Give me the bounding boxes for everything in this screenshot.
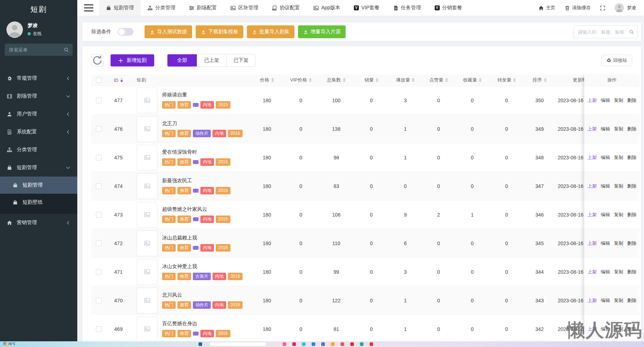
action-编辑[interactable]: 编辑 [601,297,610,304]
column-header-价格[interactable]: 价格 [250,77,283,83]
action-编辑[interactable]: 编辑 [601,126,610,132]
action-复制[interactable]: 复制 [614,240,623,247]
sidebar-search-input[interactable] [5,44,73,56]
taskbar-app-icon[interactable] [370,342,373,346]
tab-任务管理[interactable]: 任务管理 [386,0,428,16]
row-checkbox[interactable] [96,183,102,189]
taskbar-app-icon[interactable] [321,342,325,346]
column-header-点赞量[interactable]: 点赞量 [422,77,455,83]
add-drama-button[interactable]: 新增短剧 [111,54,154,66]
action-复制[interactable]: 复制 [614,212,623,218]
row-checkbox[interactable] [96,155,102,160]
action-编辑[interactable]: 编辑 [601,212,610,218]
table-scroll-area[interactable]: ID短剧价格VIP价格总集数销量播放量点赞量收藏量转发量排序更新时间 477师娘… [91,74,584,347]
taskbar-app-icon[interactable] [360,342,364,346]
sort-carets-icon[interactable] [271,78,274,82]
action-删除[interactable]: 删除 [627,297,636,304]
home-link[interactable]: 主页 [538,5,555,11]
taskbar-weather-widget[interactable]: 35℃ [3,342,15,346]
import-button-增量导入片源[interactable]: 增量导入片源 [298,25,346,38]
sort-carets-icon[interactable] [479,78,482,82]
taskbar-app-icon[interactable] [302,342,306,346]
action-上架[interactable]: 上架 [587,269,597,275]
filter-toggle[interactable] [118,28,133,36]
taskbar-app-icon[interactable] [341,342,344,346]
taskbar-app-icon[interactable] [350,342,354,346]
sidebar-item-系统配置[interactable]: 系统配置 [0,123,77,141]
drama-thumbnail[interactable] [137,259,157,285]
column-header-ID[interactable]: ID [106,78,131,83]
action-复制[interactable]: 复制 [614,297,623,304]
action-上架[interactable]: 上架 [587,212,597,218]
sort-carets-icon[interactable] [120,78,123,82]
sort-carets-icon[interactable] [445,78,448,82]
drama-thumbnail[interactable] [137,288,157,313]
sort-carets-icon[interactable] [412,78,415,82]
action-上架[interactable]: 上架 [587,126,597,132]
recycle-bin-button[interactable]: ♻ 回收站 [601,55,632,66]
sidebar-item-用户管理[interactable]: 用户管理 [0,105,77,123]
column-header-VIP价格[interactable]: VIP价格 [283,77,318,83]
column-header-总集数[interactable]: 总集数 [318,77,354,83]
sidebar-item-常规管理[interactable]: 常规管理 [0,69,77,87]
sort-carets-icon[interactable] [544,78,547,82]
sidebar-item-营销管理[interactable]: 营销管理 [0,214,77,232]
action-编辑[interactable]: 编辑 [601,183,610,189]
drama-thumbnail[interactable] [137,116,157,142]
select-all-checkbox[interactable] [96,77,102,83]
sidebar-subitem-短剧壁纸[interactable]: 短剧壁纸 [0,194,77,211]
row-checkbox[interactable] [96,241,102,246]
action-删除[interactable]: 删除 [627,183,636,189]
sort-carets-icon[interactable] [513,78,516,82]
column-header-播放量[interactable]: 播放量 [389,77,422,83]
import-button-导入测试数据[interactable]: 导入测试数据 [145,25,192,38]
taskbar-search-box[interactable] [209,342,267,346]
action-编辑[interactable]: 编辑 [601,269,610,275]
import-button-批量导入剧集[interactable]: 批量导入剧集 [247,25,294,38]
row-checkbox[interactable] [96,269,102,275]
row-checkbox[interactable] [96,298,102,303]
column-header-销量[interactable]: 销量 [354,77,389,83]
column-header-转发量[interactable]: 转发量 [489,77,524,83]
taskbar-app-icon[interactable] [199,342,202,346]
refresh-button[interactable] [91,54,103,66]
action-上架[interactable]: 上架 [587,97,597,104]
hamburger-icon[interactable] [83,0,95,16]
fullscreen-icon[interactable] [600,5,605,11]
tab-协议配置[interactable]: 协议配置 [265,0,307,16]
row-checkbox[interactable] [96,126,102,132]
taskbar-app-icon[interactable] [283,342,286,346]
tab-VIP套餐[interactable]: VVIP套餐 [347,0,386,16]
column-header-排序[interactable]: 排序 [524,77,555,83]
action-删除[interactable]: 删除 [627,269,636,275]
action-删除[interactable]: 删除 [627,154,636,161]
tab-App版本[interactable]: App版本 [307,0,347,16]
action-复制[interactable]: 复制 [614,269,623,275]
action-上架[interactable]: 上架 [587,240,597,247]
taskbar-app-icon[interactable] [331,342,335,346]
tab-短剧管理[interactable]: 短剧管理 [99,0,141,16]
action-编辑[interactable]: 编辑 [601,240,610,247]
taskbar-app-icon[interactable] [292,342,296,346]
tab-区块管理[interactable]: 区块管理 [224,0,265,16]
sidebar-item-分类管理[interactable]: 分类管理 [0,141,77,159]
drama-thumbnail[interactable] [137,316,157,342]
search-icon[interactable] [64,47,69,53]
action-上架[interactable]: 上架 [587,297,597,304]
tab-分类管理[interactable]: 分类管理 [141,0,182,16]
drama-thumbnail[interactable] [137,230,157,256]
nav-user[interactable]: 梦凌 [615,3,636,13]
sort-carets-icon[interactable] [376,78,379,82]
drama-thumbnail[interactable] [137,202,157,228]
taskbar-app-icon[interactable] [379,342,383,346]
sidebar-subitem-短剧管理[interactable]: 短剧管理 [0,177,77,194]
clear-cache-link[interactable]: 清除缓存 [565,5,591,11]
action-删除[interactable]: 删除 [627,97,636,104]
row-checkbox[interactable] [96,326,102,332]
action-删除[interactable]: 删除 [627,240,636,247]
action-上架[interactable]: 上架 [587,183,597,189]
segment-已下架[interactable]: 已下架 [226,54,255,66]
drama-thumbnail[interactable] [137,145,157,170]
action-编辑[interactable]: 编辑 [601,97,610,104]
import-button-下载剧集模板[interactable]: 下载剧集模板 [196,25,243,38]
